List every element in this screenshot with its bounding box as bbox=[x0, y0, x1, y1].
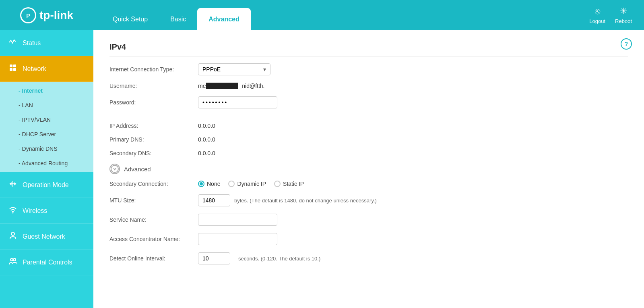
radio-dynamic-ip-label: Dynamic IP bbox=[237, 181, 266, 187]
connection-type-dropdown[interactable]: PPPoE ▾ bbox=[198, 63, 270, 75]
logout-label: Logout bbox=[589, 18, 605, 24]
radio-static-ip-circle[interactable] bbox=[274, 181, 281, 187]
logout-icon: ⎋ bbox=[595, 6, 600, 17]
service-name-label: Service Name: bbox=[109, 216, 198, 223]
primary-dns-row: Primary DNS: 0.0.0.0 bbox=[109, 136, 628, 143]
radio-none-circle[interactable] bbox=[198, 181, 204, 187]
username-label: Username: bbox=[109, 83, 198, 89]
secondary-connection-row: Secondary Connection: None Dynamic IP St… bbox=[109, 181, 628, 187]
username-value: me_nid@ftth. bbox=[198, 83, 264, 89]
page-title: IPv4 bbox=[109, 42, 628, 57]
svg-rect-3 bbox=[13, 65, 16, 67]
logout-button[interactable]: ⎋ Logout bbox=[589, 6, 605, 24]
username-redacted bbox=[206, 83, 238, 89]
nav-links: Quick Setup Basic Advanced bbox=[93, 0, 589, 30]
password-label: Password: bbox=[109, 99, 198, 106]
password-row: Password: bbox=[109, 96, 628, 108]
sidebar-subitem-lan[interactable]: LAN bbox=[0, 98, 93, 112]
sidebar-subitem-advanced-routing[interactable]: Advanced Routing bbox=[0, 156, 93, 171]
password-input[interactable] bbox=[198, 96, 277, 108]
connection-type-value: PPPoE bbox=[202, 66, 221, 73]
sidebar-item-status[interactable]: Status bbox=[0, 30, 93, 56]
operation-mode-icon bbox=[8, 179, 18, 190]
radio-dynamic-ip-circle[interactable] bbox=[228, 181, 235, 187]
service-name-row: Service Name: bbox=[109, 214, 628, 226]
username-display: me_nid@ftth. bbox=[198, 83, 264, 89]
divider-1 bbox=[109, 116, 628, 116]
mtu-control: bytes. (The default is 1480, do not chan… bbox=[198, 194, 377, 206]
ip-address-row: IP Address: 0.0.0.0 bbox=[109, 123, 628, 129]
wireless-icon bbox=[8, 205, 18, 216]
svg-rect-4 bbox=[10, 68, 12, 71]
svg-rect-2 bbox=[10, 65, 12, 67]
radio-none-label: None bbox=[207, 181, 220, 187]
svg-point-8 bbox=[10, 258, 13, 261]
access-concentrator-label: Access Concentrator Name: bbox=[109, 236, 198, 242]
svg-point-6 bbox=[12, 212, 14, 214]
access-concentrator-row: Access Concentrator Name: bbox=[109, 233, 628, 245]
main-layout: Status Network Internet LAN IPTV/VLAN DH… bbox=[0, 30, 644, 308]
username-row: Username: me_nid@ftth. bbox=[109, 83, 628, 89]
detect-interval-note: seconds. (0-120. The default is 10.) bbox=[238, 256, 320, 262]
secondary-connection-options: None Dynamic IP Static IP bbox=[198, 181, 304, 187]
ip-address-value: 0.0.0.0 bbox=[198, 123, 215, 129]
nav-basic[interactable]: Basic bbox=[159, 8, 197, 30]
mtu-size-row: MTU Size: bytes. (The default is 1480, d… bbox=[109, 194, 628, 206]
username-prefix: me bbox=[198, 83, 206, 89]
top-actions: ⎋ Logout ✳ Reboot bbox=[589, 6, 644, 24]
logo-icon: P bbox=[20, 7, 36, 23]
secondary-dns-row: Secondary DNS: 0.0.0.0 bbox=[109, 150, 628, 156]
secondary-dns-label: Secondary DNS: bbox=[109, 150, 198, 156]
radio-dynamic-ip[interactable]: Dynamic IP bbox=[228, 181, 266, 187]
guest-network-icon bbox=[8, 231, 18, 242]
service-name-input[interactable] bbox=[198, 214, 277, 226]
connection-type-label: Internet Connection Type: bbox=[109, 66, 198, 73]
sidebar-item-network[interactable]: Network bbox=[0, 56, 93, 82]
radio-none[interactable]: None bbox=[198, 181, 220, 187]
svg-point-7 bbox=[11, 232, 14, 235]
mtu-size-input[interactable] bbox=[198, 194, 230, 206]
sidebar-item-wireless[interactable]: Wireless bbox=[0, 198, 93, 224]
sidebar-item-parental-controls[interactable]: Parental Controls bbox=[0, 250, 93, 275]
sidebar: Status Network Internet LAN IPTV/VLAN DH… bbox=[0, 30, 93, 308]
chevron-down-icon: ▾ bbox=[263, 66, 266, 73]
reboot-label: Reboot bbox=[615, 18, 632, 24]
content-area: ? IPv4 Internet Connection Type: PPPoE ▾… bbox=[93, 30, 644, 308]
svg-rect-5 bbox=[13, 68, 16, 71]
radio-static-ip-label: Static IP bbox=[283, 181, 304, 187]
sidebar-submenu-network: Internet LAN IPTV/VLAN DHCP Server Dynam… bbox=[0, 82, 93, 172]
network-icon bbox=[8, 63, 18, 74]
sidebar-subitem-iptv[interactable]: IPTV/VLAN bbox=[0, 112, 93, 127]
access-concentrator-input[interactable] bbox=[198, 233, 277, 245]
sidebar-item-operation-mode[interactable]: Operation Mode bbox=[0, 172, 93, 198]
top-nav: P tp-link Quick Setup Basic Advanced ⎋ L… bbox=[0, 0, 644, 30]
parental-controls-icon bbox=[8, 257, 18, 268]
svg-point-10 bbox=[111, 165, 118, 173]
advanced-toggle-label: Advanced bbox=[124, 166, 151, 173]
ip-address-label: IP Address: bbox=[109, 123, 198, 129]
help-button[interactable]: ? bbox=[621, 38, 632, 50]
primary-dns-value: 0.0.0.0 bbox=[198, 136, 215, 143]
secondary-connection-label: Secondary Connection: bbox=[109, 181, 198, 187]
logo: P tp-link bbox=[20, 7, 73, 23]
sidebar-subitem-dynamic-dns[interactable]: Dynamic DNS bbox=[0, 142, 93, 156]
sidebar-subitem-internet[interactable]: Internet bbox=[0, 83, 93, 98]
detect-interval-label: Detect Online Interval: bbox=[109, 255, 198, 262]
sidebar-subitem-dhcp[interactable]: DHCP Server bbox=[0, 127, 93, 142]
connection-type-row: Internet Connection Type: PPPoE ▾ bbox=[109, 63, 628, 75]
sidebar-item-status-label: Status bbox=[23, 40, 41, 47]
reboot-icon: ✳ bbox=[620, 6, 627, 17]
detect-interval-input[interactable] bbox=[198, 252, 230, 264]
connection-type-select[interactable]: PPPoE ▾ bbox=[198, 63, 270, 75]
reboot-button[interactable]: ✳ Reboot bbox=[615, 6, 632, 24]
nav-quick-setup[interactable]: Quick Setup bbox=[101, 8, 159, 30]
nav-advanced[interactable]: Advanced bbox=[197, 8, 250, 30]
secondary-dns-value: 0.0.0.0 bbox=[198, 150, 215, 156]
sidebar-item-guest-network[interactable]: Guest Network bbox=[0, 224, 93, 250]
status-icon bbox=[8, 37, 18, 48]
sidebar-item-parental-controls-label: Parental Controls bbox=[23, 259, 72, 266]
radio-static-ip[interactable]: Static IP bbox=[274, 181, 304, 187]
svg-text:P: P bbox=[26, 12, 30, 19]
advanced-toggle-icon bbox=[109, 164, 120, 174]
advanced-toggle[interactable]: Advanced bbox=[109, 164, 628, 174]
